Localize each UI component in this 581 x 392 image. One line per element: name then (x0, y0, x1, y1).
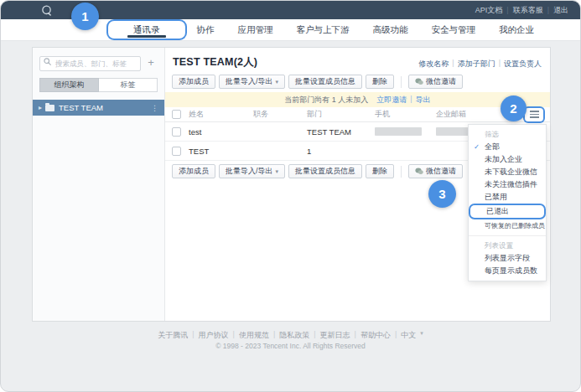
app-window: API文档 | 联系客服 | 退出 通讯录 协作 应用管理 客户与上下游 高级功… (0, 0, 581, 392)
menu-item-exited[interactable]: 已退出 (470, 205, 544, 218)
chevron-down-icon: ▾ (420, 330, 423, 341)
col-title: 职务 (253, 109, 307, 120)
tab-advanced-features[interactable]: 高级功能 (361, 19, 420, 40)
divider: | (395, 330, 397, 341)
add-member-button[interactable]: 添加成员 (172, 75, 215, 89)
invite-notice-bar: 当前部门尚有 1 人未加入 立即邀请 | 导出 (165, 92, 550, 107)
batch-set-info-button[interactable]: 批量设置成员信息 (288, 164, 362, 178)
wechat-icon (415, 78, 423, 85)
department-name: TEST TEAM (59, 103, 151, 112)
wechat-invite-button[interactable]: 微信邀请 (408, 164, 463, 178)
menu-section-filter: 筛选 (469, 128, 546, 141)
button-label: 批量导入/导出 (226, 76, 273, 87)
check-icon: ✓ (474, 142, 480, 152)
sidebar: + 组织架构 标签 ▸ TEST TEAM ⋮ (33, 48, 165, 321)
footer-privacy-link[interactable]: 隐私政策 (279, 330, 309, 341)
api-doc-link[interactable]: API文档 (475, 5, 503, 16)
tab-labels[interactable]: 标签 (99, 78, 158, 92)
footer-links: 关于腾讯 | 用户协议 | 使用规范 | 隐私政策 | 更新日志 | 帮助中心 … (1, 330, 580, 341)
tab-my-enterprise[interactable]: 我的企业 (487, 19, 546, 40)
add-member-button[interactable]: 添加成员 (172, 164, 215, 178)
toolbar-top: 添加成员 批量导入/导出 ▾ 批量设置成员信息 删除 (165, 75, 550, 89)
export-link[interactable]: 导出 (416, 95, 431, 106)
button-label: 微信邀请 (426, 76, 456, 87)
rename-link[interactable]: 修改名称 (418, 59, 449, 70)
chevron-right-icon: ▸ (39, 104, 42, 111)
chevron-down-icon: ▾ (276, 79, 279, 85)
delete-button[interactable]: 删除 (366, 75, 394, 89)
divider: | (499, 59, 501, 70)
footer-about-link[interactable]: 关于腾讯 (158, 330, 188, 341)
logo-chat-icon (41, 5, 52, 16)
button-label: 批量设置成员信息 (295, 166, 355, 177)
divider: | (314, 330, 315, 341)
batch-import-export-button[interactable]: 批量导入/导出 ▾ (219, 75, 285, 89)
invite-now-link[interactable]: 立即邀请 (376, 95, 407, 106)
department-actions: 修改名称 | 添加子部门 | 设置负责人 (418, 59, 542, 70)
menu-item-disabled[interactable]: 已禁用 (469, 191, 546, 204)
topbar-links: API文档 | 联系客服 | 退出 (475, 5, 568, 16)
tab-org-structure[interactable]: 组织架构 (39, 78, 99, 92)
wechat-icon (415, 168, 423, 175)
divider (401, 76, 402, 88)
tab-security-management[interactable]: 安全与管理 (420, 19, 488, 40)
wechat-invite-button[interactable]: 微信邀请 (408, 75, 463, 89)
button-label: 删除 (372, 76, 387, 87)
footer-changelog-link[interactable]: 更新日志 (320, 330, 350, 341)
cell-name: test (189, 127, 253, 137)
button-label: 微信邀请 (426, 166, 456, 177)
menu-item-page-size[interactable]: 每页显示成员数 (469, 265, 546, 277)
footer-agreement-link[interactable]: 用户协议 (199, 330, 229, 341)
add-department-button[interactable]: + (144, 56, 158, 70)
filter-dropdown-menu: 筛选 ✓ 全部 未加入企业 未下载企业微信 未关注微信插件 已禁用 已退出 可恢… (468, 124, 547, 281)
button-label: 添加成员 (179, 166, 209, 177)
cell-name: TEST (189, 147, 253, 156)
tab-app-management[interactable]: 应用管理 (226, 19, 285, 40)
annotation-step-1: 1 (71, 3, 99, 30)
divider (401, 166, 402, 178)
divider: | (452, 59, 454, 70)
batch-set-info-button[interactable]: 批量设置成员信息 (288, 75, 362, 89)
menu-item-not-joined[interactable]: 未加入企业 (469, 153, 546, 166)
menu-item-label: 全部 (485, 142, 500, 151)
logout-link[interactable]: 退出 (553, 5, 568, 16)
table-header: 姓名 职务 部门 手机 企业邮箱 (165, 107, 550, 122)
language-selector[interactable]: 中文 (401, 330, 416, 341)
annotation-step-3: 3 (428, 180, 456, 208)
search-input[interactable] (39, 56, 141, 71)
row-checkbox[interactable] (172, 147, 181, 156)
delete-button[interactable]: 删除 (366, 164, 394, 178)
menu-item-not-downloaded[interactable]: 未下载企业微信 (469, 166, 546, 178)
tab-customers[interactable]: 客户与上下游 (285, 19, 361, 40)
search-icon (44, 58, 51, 65)
sidebar-item-test-team[interactable]: ▸ TEST TEAM ⋮ (33, 100, 164, 116)
divider: | (192, 330, 194, 341)
button-label: 添加成员 (179, 76, 209, 87)
footer-usage-link[interactable]: 使用规范 (239, 330, 269, 341)
tab-contacts[interactable]: 通讯录 (108, 21, 185, 39)
tab-collaboration[interactable]: 协作 (185, 19, 226, 40)
batch-import-export-button[interactable]: 批量导入/导出 ▾ (219, 164, 285, 178)
divider: | (355, 330, 356, 341)
button-label: 批量导入/导出 (226, 166, 273, 177)
set-leader-link[interactable]: 设置负责人 (504, 59, 542, 70)
more-options-icon[interactable]: ⋮ (151, 104, 158, 112)
menu-item-display-fields[interactable]: 列表显示字段 (469, 252, 546, 265)
cell-department: 1 (307, 147, 375, 156)
footer-help-link[interactable]: 帮助中心 (361, 330, 391, 341)
row-checkbox[interactable] (172, 127, 181, 137)
menu-item-recoverable-deleted[interactable]: 可恢复的已删除成员 (469, 219, 546, 232)
folder-icon (45, 105, 54, 111)
notice-text: 当前部门尚有 1 人未加入 (284, 95, 368, 106)
menu-item-not-following[interactable]: 未关注微信插件 (469, 178, 546, 191)
add-sub-department-link[interactable]: 添加子部门 (458, 59, 495, 70)
select-all-checkbox[interactable] (172, 110, 181, 119)
cell-department: TEST TEAM (307, 127, 375, 137)
copyright-text: © 1998 - 2023 Tencent Inc. All Rights Re… (1, 342, 580, 350)
divider: | (273, 330, 275, 341)
sidebar-tabs: 组织架构 标签 (39, 78, 158, 92)
menu-item-all[interactable]: ✓ 全部 (469, 141, 546, 153)
annotation-step-2: 2 (501, 95, 527, 121)
contact-support-link[interactable]: 联系客服 (513, 5, 543, 16)
list-filter-icon[interactable] (525, 108, 543, 121)
